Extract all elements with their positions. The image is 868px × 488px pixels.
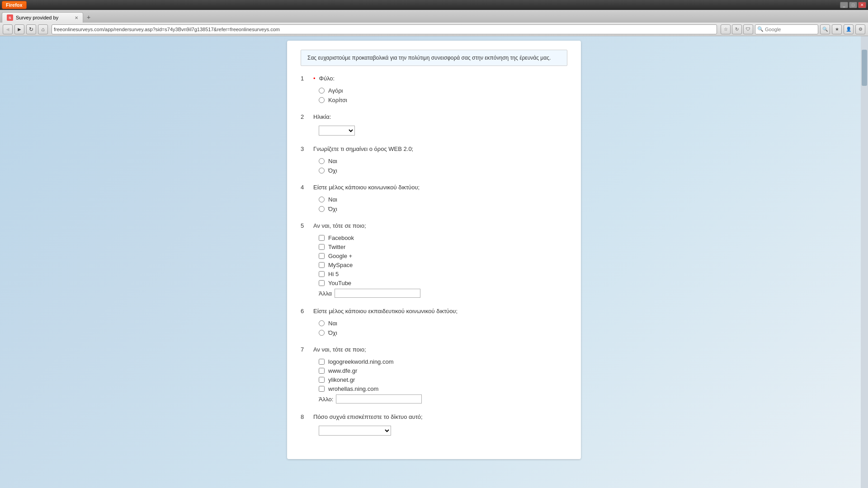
security-button[interactable]: 🛡: [743, 24, 753, 34]
radio-q6-nai-input[interactable]: [319, 320, 325, 326]
nav-icons: ☆ ↻ 🛡: [721, 24, 753, 34]
reload-button[interactable]: ↻: [26, 24, 36, 34]
question-6: 6 Είστε μέλος κάποιου εκπαιδευτικού κοιν…: [301, 308, 567, 336]
radio-q6-oxi-input[interactable]: [319, 330, 325, 336]
radio-agori-label: Αγόρι: [328, 87, 343, 94]
forward-button[interactable]: ►: [14, 24, 24, 34]
history-button[interactable]: ★: [832, 24, 842, 34]
question-2-options: [301, 126, 567, 136]
radio-q4-oxi: Όχι: [319, 206, 567, 212]
close-button[interactable]: ✕: [858, 2, 866, 8]
checkbox-facebook-label: Facebook: [328, 235, 354, 241]
question-1: 1 • Φύλο: Αγόρι Κορίτσι: [301, 75, 567, 103]
thank-you-text: Σας ευχαριστούμε προκαταβολικά για την π…: [307, 55, 551, 61]
address-input[interactable]: [54, 27, 715, 32]
question-5-header: 5 Αν ναι, τότε σε ποιο;: [301, 222, 567, 229]
question-2-number: 2: [301, 113, 310, 120]
firefox-menu-button[interactable]: Firefox: [2, 1, 27, 9]
question-5-text: Αν ναι, τότε σε ποιο;: [313, 222, 366, 229]
frequency-dropdown[interactable]: [319, 426, 391, 436]
active-tab[interactable]: S Survey provided by ✕: [2, 12, 83, 23]
checkbox-dfe-input[interactable]: [319, 368, 325, 374]
checkbox-googleplus-input[interactable]: [319, 253, 325, 259]
settings-button[interactable]: ⚙: [855, 24, 865, 34]
question-4-options: Ναι Όχι: [301, 196, 567, 212]
checkbox-wrohellas-label: wrohellas.ning.com: [328, 385, 378, 392]
question-1-options: Αγόρι Κορίτσι: [301, 87, 567, 103]
question-2-header: 2 Ηλικία:: [301, 113, 567, 120]
checkbox-facebook-input[interactable]: [319, 235, 325, 241]
checkbox-twitter-label: Twitter: [328, 244, 345, 250]
question-8-number: 8: [301, 413, 310, 420]
checkbox-youtube-input[interactable]: [319, 280, 325, 286]
question-6-number: 6: [301, 308, 310, 314]
other-label-q7: Άλλο:: [319, 396, 333, 403]
tab-close-button[interactable]: ✕: [75, 15, 78, 20]
question-7-number: 7: [301, 346, 310, 353]
checkbox-logogreekworld-label: logogreekworld.ning.com: [328, 358, 394, 365]
question-2: 2 Ηλικία:: [301, 113, 567, 136]
other-text-q7[interactable]: [336, 394, 422, 404]
radio-agori[interactable]: [319, 88, 325, 94]
checkbox-ylikonet-input[interactable]: [319, 377, 325, 383]
checkbox-myspace-input[interactable]: [319, 262, 325, 268]
question-7-options: logogreekworld.ning.com www.dfe.gr yliko…: [301, 358, 567, 404]
question-6-header: 6 Είστε μέλος κάποιου εκπαιδευτικού κοιν…: [301, 308, 567, 314]
question-2-text: Ηλικία:: [313, 113, 331, 120]
scrollbar[interactable]: [861, 36, 868, 488]
checkbox-logogreekworld-input[interactable]: [319, 359, 325, 365]
checkbox-hi5-label: Hi 5: [328, 271, 339, 277]
checkbox-youtube-label: YouTube: [328, 280, 351, 286]
checkbox-googleplus: Google +: [319, 253, 567, 259]
checkbox-twitter-input[interactable]: [319, 244, 325, 250]
checkbox-wrohellas-input[interactable]: [319, 386, 325, 392]
search-input[interactable]: [765, 27, 806, 32]
radio-koritsi[interactable]: [319, 97, 325, 103]
new-tab-button[interactable]: +: [83, 12, 94, 23]
refresh-button[interactable]: ↻: [732, 24, 742, 34]
bookmark-button[interactable]: ☆: [721, 24, 731, 34]
radio-option-koritsi: Κορίτσι: [319, 97, 567, 103]
question-4-number: 4: [301, 184, 310, 191]
question-5-options: Facebook Twitter Google + MySpace Hi 5: [301, 235, 567, 298]
minimize-button[interactable]: _: [840, 2, 848, 8]
radio-q3-nai: Ναι: [319, 158, 567, 164]
checkbox-twitter: Twitter: [319, 244, 567, 250]
question-6-options: Ναι Όχι: [301, 320, 567, 336]
radio-q6-nai: Ναι: [319, 320, 567, 327]
radio-q4-nai-input[interactable]: [319, 197, 325, 202]
radio-koritsi-label: Κορίτσι: [328, 97, 347, 103]
radio-q6-nai-label: Ναι: [328, 320, 337, 327]
question-8-text: Πόσο συχνά επισκέπτεστε το δίκτυο αυτό;: [313, 413, 423, 420]
thank-you-banner: Σας ευχαριστούμε προκαταβολικά για την π…: [301, 50, 567, 66]
checkbox-dfe-label: www.dfe.gr: [328, 367, 357, 374]
question-1-number: 1: [301, 75, 310, 82]
radio-q3-nai-input[interactable]: [319, 158, 325, 164]
survey-container: Σας ευχαριστούμε προκαταβολικά για την π…: [287, 41, 581, 459]
search-go-button[interactable]: 🔍: [820, 24, 830, 34]
page-content: Σας ευχαριστούμε προκαταβολικά για την π…: [0, 36, 868, 473]
radio-q6-oxi: Όχι: [319, 329, 567, 336]
tab-bar: S Survey provided by ✕ +: [0, 10, 868, 23]
question-3-number: 3: [301, 145, 310, 152]
question-1-text: Φύλο:: [319, 75, 335, 82]
other-text-q5[interactable]: [335, 289, 420, 298]
checkbox-myspace: MySpace: [319, 262, 567, 268]
checkbox-ylikonet-label: ylikonet.gr: [328, 376, 355, 383]
radio-q4-oxi-input[interactable]: [319, 206, 325, 212]
maximize-button[interactable]: □: [849, 2, 857, 8]
navigation-bar: ◄ ► ↻ ⌂ ☆ ↻ 🛡 🔍 🔍 ★ 👤 ⚙: [0, 23, 868, 36]
home-button[interactable]: ⌂: [38, 24, 48, 34]
checkbox-hi5-input[interactable]: [319, 271, 325, 277]
question-4: 4 Είστε μέλος κάποιου κοινωνικού δικτύου…: [301, 184, 567, 212]
radio-q3-oxi-input[interactable]: [319, 168, 325, 174]
question-4-header: 4 Είστε μέλος κάποιου κοινωνικού δικτύου…: [301, 184, 567, 191]
radio-option-agori: Αγόρι: [319, 87, 567, 94]
back-button[interactable]: ◄: [3, 24, 13, 34]
checkbox-youtube: YouTube: [319, 280, 567, 286]
radio-q3-oxi: Όχι: [319, 167, 567, 174]
account-button[interactable]: 👤: [844, 24, 854, 34]
question-1-header: 1 • Φύλο:: [301, 75, 567, 82]
scrollbar-thumb[interactable]: [862, 50, 867, 86]
age-dropdown[interactable]: [319, 126, 355, 136]
